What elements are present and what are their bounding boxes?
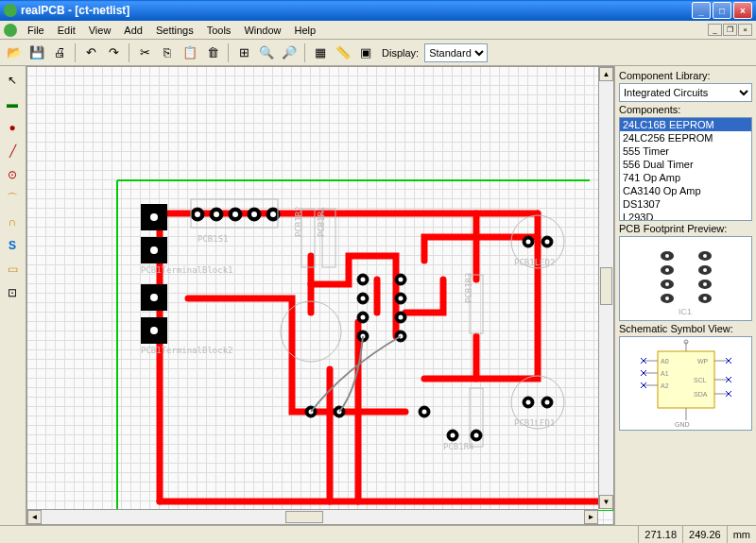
svg-point-35 xyxy=(399,297,404,301)
copy-button[interactable]: ⎘ xyxy=(157,42,178,63)
svg-point-58 xyxy=(451,433,455,438)
delete-button[interactable]: 🗑 xyxy=(202,42,223,63)
svg-text:PCB1R4: PCB1R4 xyxy=(443,442,474,451)
title-bar: realPCB - [ct-netlist] _ □ × xyxy=(0,0,756,21)
mdi-restore-button[interactable]: ❐ xyxy=(723,24,737,36)
svg-point-12 xyxy=(214,212,219,217)
grid-button[interactable]: ▦ xyxy=(310,42,331,63)
list-item[interactable]: DS1307 xyxy=(620,197,751,211)
status-bar: 271.18 249.26 mm xyxy=(0,525,756,543)
svg-point-25 xyxy=(361,278,366,282)
menu-view[interactable]: View xyxy=(82,23,118,38)
cut-button[interactable]: ✂ xyxy=(134,42,155,63)
menu-edit[interactable]: Edit xyxy=(51,23,82,38)
scroll-left-button[interactable]: ◄ xyxy=(27,510,42,524)
list-item[interactable]: 741 Op Amp xyxy=(620,171,751,184)
redo-button[interactable]: ↷ xyxy=(103,42,124,63)
zoom-in-button[interactable]: 🔍 xyxy=(256,42,277,63)
mdi-close-button[interactable]: × xyxy=(738,24,752,36)
list-item[interactable]: L293D xyxy=(620,211,751,221)
components-list[interactable]: 24LC16B EEPROM 24LC256 EEPROM 555 Timer … xyxy=(619,117,752,221)
library-label: Component Library: xyxy=(619,70,752,81)
status-unit: mm xyxy=(727,526,756,543)
left-toolbox: ↖ ▬ ● ╱ ⊙ ⌒ ∩ S ▭ ⊡ xyxy=(0,66,26,525)
scroll-up-button[interactable]: ▲ xyxy=(599,67,613,81)
svg-point-83 xyxy=(703,282,707,286)
menu-window[interactable]: Window xyxy=(237,23,287,38)
zoom-out-button[interactable]: 🔎 xyxy=(279,42,300,63)
svg-point-81 xyxy=(703,268,707,272)
svg-point-10 xyxy=(195,212,200,217)
save-button[interactable]: 💾 xyxy=(26,42,47,63)
footprint-preview: IC1 xyxy=(619,236,752,321)
svg-point-29 xyxy=(361,315,366,320)
mdi-minimize-button[interactable]: _ xyxy=(708,24,722,36)
svg-point-79 xyxy=(703,254,707,258)
menu-file[interactable]: File xyxy=(21,23,51,38)
pcb-svg: PCB1S1 PCB1R2 PCB1R1 PCB1R3 PCB1R4 PCB1T… xyxy=(27,67,613,511)
svg-point-16 xyxy=(251,212,257,217)
minimize-button[interactable]: _ xyxy=(692,2,711,19)
track-tool[interactable]: ╱ xyxy=(2,141,23,161)
arc-tool[interactable]: ⌒ xyxy=(2,188,23,209)
svg-text:GND: GND xyxy=(675,421,690,428)
maximize-button[interactable]: □ xyxy=(713,2,731,19)
ruler-button[interactable]: 📏 xyxy=(333,42,353,63)
display-label: Display: xyxy=(382,47,419,59)
doc-icon xyxy=(4,24,17,37)
print-button[interactable]: 🖨 xyxy=(49,42,70,63)
gerber-tool[interactable]: ⊡ xyxy=(2,282,23,303)
svg-text:PCB1TerminalBlock1: PCB1TerminalBlock1 xyxy=(141,265,233,275)
shape-tool[interactable]: S xyxy=(2,235,23,256)
vertical-scrollbar[interactable]: ▲ ▼ xyxy=(598,67,613,509)
undo-button[interactable]: ↶ xyxy=(80,42,101,63)
list-item[interactable]: 24LC256 EEPROM xyxy=(620,131,751,144)
svg-point-73 xyxy=(665,268,669,272)
svg-point-14 xyxy=(232,212,238,217)
svg-point-33 xyxy=(399,278,404,282)
svg-point-44 xyxy=(526,240,531,245)
select-tool[interactable]: ↖ xyxy=(2,70,23,91)
svg-point-7 xyxy=(150,294,158,301)
svg-point-77 xyxy=(665,297,669,300)
horizontal-scrollbar[interactable]: ◄ ► xyxy=(27,509,598,524)
svg-text:WP: WP xyxy=(697,358,709,365)
svg-point-85 xyxy=(703,297,707,300)
pad-tool[interactable]: ● xyxy=(2,117,23,138)
zoom-fit-button[interactable]: ⊞ xyxy=(233,42,254,63)
svg-text:A1: A1 xyxy=(661,370,669,377)
display-select[interactable]: Standard xyxy=(424,43,488,62)
fill-tool[interactable]: ▭ xyxy=(2,259,23,280)
menu-tools[interactable]: Tools xyxy=(200,23,238,38)
paste-button[interactable]: 📋 xyxy=(180,42,200,63)
arc2-tool[interactable]: ∩ xyxy=(2,212,23,232)
close-button[interactable]: × xyxy=(733,2,752,19)
list-item[interactable]: 556 Dual Timer xyxy=(620,158,751,171)
list-item[interactable]: 24LC16B EEPROM xyxy=(620,118,751,131)
svg-point-60 xyxy=(474,433,479,438)
symbol-label: Schematic Symbol View: xyxy=(619,323,752,334)
svg-text:PCB1LED2: PCB1LED2 xyxy=(514,258,555,267)
library-select[interactable]: Integrated Circuits xyxy=(619,83,752,102)
menu-add[interactable]: Add xyxy=(117,23,149,38)
svg-point-75 xyxy=(665,282,669,286)
pcb-canvas[interactable]: PCB1S1 PCB1R2 PCB1R1 PCB1R3 PCB1R4 PCB1T… xyxy=(26,66,614,525)
svg-point-48 xyxy=(526,400,531,405)
open-button[interactable]: 📂 xyxy=(4,42,25,63)
svg-text:SDA: SDA xyxy=(694,391,708,398)
symbol-view: A0 A1 A2 WP SCL SDA GND xyxy=(619,336,752,431)
list-item[interactable]: CA3140 Op Amp xyxy=(620,184,751,197)
scroll-right-button[interactable]: ► xyxy=(584,510,598,524)
svg-text:A0: A0 xyxy=(661,358,669,365)
menu-help[interactable]: Help xyxy=(288,23,323,38)
via-tool[interactable]: ⊙ xyxy=(2,164,23,185)
footprint-label: PCB Footprint Preview: xyxy=(619,223,752,234)
svg-text:IC1: IC1 xyxy=(679,307,692,316)
scroll-down-button[interactable]: ▼ xyxy=(599,495,613,509)
menu-settings[interactable]: Settings xyxy=(149,23,200,38)
list-item[interactable]: 555 Timer xyxy=(620,144,751,158)
layer-button[interactable]: ▣ xyxy=(355,42,376,63)
svg-point-56 xyxy=(422,410,427,415)
component-tool[interactable]: ▬ xyxy=(2,93,23,114)
status-x: 271.18 xyxy=(638,526,682,543)
